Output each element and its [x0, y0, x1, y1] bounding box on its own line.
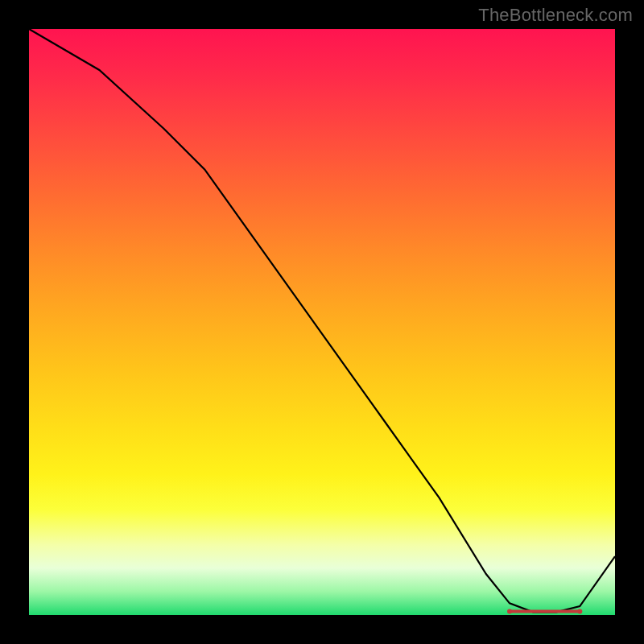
highlight-dot	[507, 609, 512, 614]
plot-area	[29, 29, 615, 615]
highlight-dot	[577, 609, 582, 614]
watermark-label: TheBottleneck.com	[478, 5, 633, 26]
chart-frame: TheBottleneck.com	[0, 0, 644, 644]
curve-path	[29, 29, 615, 612]
chart-svg	[29, 29, 615, 615]
